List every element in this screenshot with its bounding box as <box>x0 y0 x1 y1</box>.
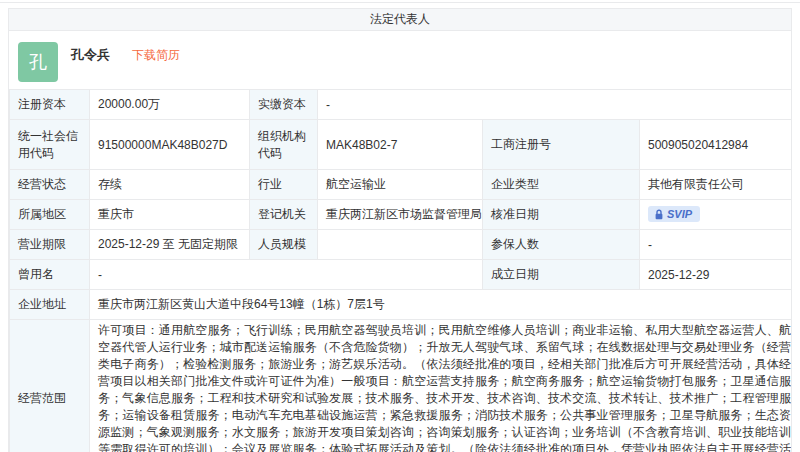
table-row: 企业地址 重庆市两江新区黄山大道中段64号13幢（1栋）7层1号 <box>10 290 792 320</box>
table-row: 所属地区 重庆市 登记机关 重庆两江新区市场监督管理局 核准日期 SVIP <box>10 200 792 230</box>
page-top-divider <box>0 2 800 3</box>
legal-representative-panel: 法定代表人 孔 孔令兵 下载简历 注册资本 20000.00万 实缴资本 - 统… <box>8 8 792 452</box>
field-value-insured-count: - <box>640 230 792 260</box>
field-value-credit-code: 91500000MAK48B027D <box>90 120 250 170</box>
field-value-reg-capital: 20000.00万 <box>90 90 250 120</box>
download-resume-link[interactable]: 下载简历 <box>132 47 180 64</box>
svip-badge-label: SVIP <box>667 208 692 220</box>
field-label-approval-date: 核准日期 <box>483 200 640 230</box>
person-name: 孔令兵 <box>71 46 110 64</box>
field-value-industry: 航空运输业 <box>318 170 483 200</box>
field-label-org-code: 组织机构代码 <box>250 120 318 170</box>
avatar: 孔 <box>18 42 58 82</box>
field-label-reg-capital: 注册资本 <box>10 90 90 120</box>
field-value-paid-capital: - <box>318 90 792 120</box>
field-label-establish-date: 成立日期 <box>483 260 640 290</box>
field-value-business-scope: 许可项目：通用航空服务；飞行训练；民用航空器驾驶员培训；民用航空维修人员培训；商… <box>90 320 792 452</box>
person-row: 孔 孔令兵 下载简历 <box>9 31 791 89</box>
table-row: 注册资本 20000.00万 实缴资本 - <box>10 90 792 120</box>
field-value-company-type: 其他有限责任公司 <box>640 170 792 200</box>
table-row: 经营状态 存续 行业 航空运输业 企业类型 其他有限责任公司 <box>10 170 792 200</box>
field-label-insured-count: 参保人数 <box>483 230 640 260</box>
table-row: 曾用名 - 成立日期 2025-12-29 <box>10 260 792 290</box>
field-value-status: 存续 <box>90 170 250 200</box>
field-label-business-term: 营业期限 <box>10 230 90 260</box>
company-info-table: 注册资本 20000.00万 实缴资本 - 统一社会信用代码 91500000M… <box>9 89 792 452</box>
table-row: 营业期限 2025-12-29 至 无固定期限 人员规模 参保人数 - <box>10 230 792 260</box>
field-label-reg-authority: 登记机关 <box>250 200 318 230</box>
lock-icon <box>654 209 664 220</box>
field-value-former-name: - <box>90 260 483 290</box>
field-label-reg-number: 工商注册号 <box>483 120 640 170</box>
field-value-org-code: MAK48B02-7 <box>318 120 483 170</box>
field-value-establish-date: 2025-12-29 <box>640 260 792 290</box>
field-label-staff-size: 人员规模 <box>250 230 318 260</box>
field-label-status: 经营状态 <box>10 170 90 200</box>
field-value-approval-date: SVIP <box>640 200 792 230</box>
field-value-staff-size <box>318 230 483 260</box>
table-row: 统一社会信用代码 91500000MAK48B027D 组织机构代码 MAK48… <box>10 120 792 170</box>
field-label-region: 所属地区 <box>10 200 90 230</box>
panel-title: 法定代表人 <box>9 9 791 31</box>
table-row: 经营范围 许可项目：通用航空服务；飞行训练；民用航空器驾驶员培训；民用航空维修人… <box>10 320 792 452</box>
field-label-company-type: 企业类型 <box>483 170 640 200</box>
field-label-industry: 行业 <box>250 170 318 200</box>
field-value-address: 重庆市两江新区黄山大道中段64号13幢（1栋）7层1号 <box>90 290 792 320</box>
field-label-credit-code: 统一社会信用代码 <box>10 120 90 170</box>
field-label-former-name: 曾用名 <box>10 260 90 290</box>
field-value-business-term: 2025-12-29 至 无固定期限 <box>90 230 250 260</box>
svip-badge[interactable]: SVIP <box>648 206 700 222</box>
field-label-paid-capital: 实缴资本 <box>250 90 318 120</box>
field-value-reg-number: 500905020412984 <box>640 120 792 170</box>
field-label-business-scope: 经营范围 <box>10 320 90 452</box>
field-value-region: 重庆市 <box>90 200 250 230</box>
field-label-address: 企业地址 <box>10 290 90 320</box>
field-value-reg-authority: 重庆两江新区市场监督管理局 <box>318 200 483 230</box>
